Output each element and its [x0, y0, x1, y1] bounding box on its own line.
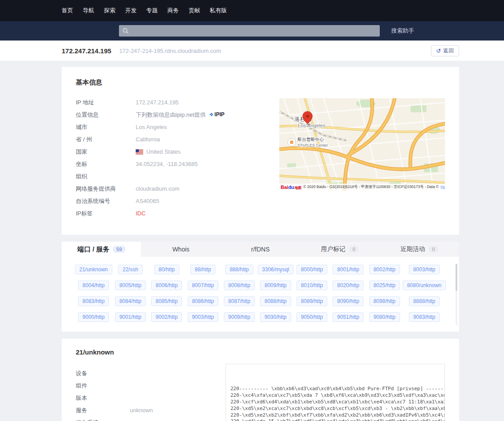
map-attribution: Baidu地图 © 2020 Baidu - GS(2019)5218号 - 甲…: [279, 184, 445, 191]
port-chip[interactable]: 8085/http: [151, 296, 182, 306]
tab-rfdns[interactable]: r/fDNS: [221, 242, 300, 257]
ports-panel: 21/unknown22/ssh80/http88/http888/http33…: [62, 257, 459, 332]
basic-info-fields: IP 地址 172.247.214.195 位置信息 下列数据信息由ipip.n…: [76, 98, 272, 222]
nav-item[interactable]: 首页: [62, 7, 73, 15]
field-component: 组件: [76, 381, 226, 390]
port-chip[interactable]: 9009/http: [224, 312, 255, 322]
port-chip[interactable]: 8005/http: [115, 281, 146, 290]
field-device: 设备: [76, 369, 226, 377]
port-chip[interactable]: 8008/http: [224, 281, 255, 290]
tab-ports[interactable]: 端口 / 服务 59: [62, 242, 141, 257]
banner-line: 220 \xd4\xda 15 \xb7\xd6\xd6\xd3\xc4\xda…: [230, 418, 440, 421]
port-chip[interactable]: 9000/http: [78, 312, 109, 322]
rdns-link[interactable]: 172-247-214-195.rdns.cloudradium.com: [119, 48, 221, 54]
port-chip[interactable]: 8007/http: [188, 281, 219, 290]
field-province: 省 / 州 California: [76, 135, 272, 144]
port-chip[interactable]: 8025/http: [369, 281, 400, 290]
port-chip[interactable]: 8001/http: [333, 265, 363, 274]
tab-bar: 端口 / 服务 59 Whois r/fDNS 用户标记 0 近期活动 0: [62, 242, 459, 257]
banner-line: 220-\xd5\xe2\xb2\xbf\xbd\xf7\xbb\xfa\xd2…: [230, 412, 440, 419]
port-chip[interactable]: 8087/http: [224, 296, 255, 306]
ip-tag-idc: IDC: [136, 209, 145, 218]
nav-item[interactable]: 开发: [125, 7, 137, 15]
nav-item[interactable]: 私有版: [210, 7, 227, 15]
ports-scrollbar: [456, 264, 457, 325]
field-country: 国家: [76, 148, 272, 156]
port-chip[interactable]: 3306/mysql: [258, 265, 293, 274]
port-chip[interactable]: 9030/http: [260, 312, 291, 322]
ports-count-badge: 59: [113, 246, 125, 253]
top-nav: 首页导航探索开发专题商务贡献私有版: [0, 0, 504, 21]
back-button[interactable]: ↺ 返回: [431, 45, 459, 56]
back-icon: ↺: [436, 48, 441, 54]
field-isp: 网络服务提供商 cloudradium.com: [76, 185, 272, 193]
port-chip[interactable]: 8006/http: [151, 281, 182, 290]
page-title-ip: 172.247.214.195: [62, 47, 111, 55]
field-city: 城市 Los Angeles: [76, 123, 272, 131]
tab-whois[interactable]: Whois: [141, 242, 220, 257]
poi-icon: [288, 138, 296, 146]
search-assistant-link[interactable]: 搜索助手: [391, 27, 414, 35]
tabs-card: 端口 / 服务 59 Whois r/fDNS 用户标记 0 近期活动 0 21…: [62, 242, 459, 332]
port-chip[interactable]: 22/ssh: [118, 265, 142, 274]
banner-box: 220---------- \xbb\xb6\xd3\xad\xc0\xb4\x…: [226, 364, 445, 421]
basic-info-title: 基本信息: [76, 78, 445, 87]
port-chip[interactable]: 9001/http: [115, 312, 146, 322]
nav-item[interactable]: 探索: [104, 7, 115, 15]
port-chip[interactable]: 8010/http: [296, 281, 327, 290]
field-service: 服务 unknown: [76, 406, 226, 414]
nav-item[interactable]: 贡献: [189, 7, 200, 15]
ports-scrollbar-thumb[interactable]: [456, 264, 457, 291]
tab-recent-activity[interactable]: 近期活动 0: [380, 242, 459, 257]
port-chip[interactable]: 8080/unknown: [403, 281, 446, 290]
nav-item[interactable]: 导航: [83, 7, 94, 15]
openstreetmap-link[interactable]: OpenStreetMap: [441, 185, 445, 189]
map-canvas: 洛杉矶 Los Angeles 斯台普斯中心 STAPLES Center: [279, 98, 445, 191]
port-chip[interactable]: 8089/http: [296, 296, 327, 306]
port-chip[interactable]: 8000/http: [296, 265, 327, 274]
port-chip[interactable]: 8088/http: [260, 296, 291, 306]
port-chip[interactable]: 21/unknown: [75, 265, 112, 274]
search-bar: 搜索助手: [0, 21, 504, 41]
port-chip[interactable]: 8020/http: [333, 281, 363, 290]
port-chip[interactable]: 9080/http: [369, 312, 400, 322]
port-detail-card: 21/unknown 设备 组件 版本 服务 unknown: [62, 339, 459, 421]
tab-user-marks[interactable]: 用户标记 0: [300, 242, 379, 257]
port-chip[interactable]: 9003/http: [188, 312, 219, 322]
port-chip[interactable]: 80/http: [154, 265, 179, 274]
field-asn: 自治系统编号 AS40065: [76, 197, 272, 205]
port-chip[interactable]: 8090/http: [333, 296, 363, 306]
map[interactable]: 洛杉矶 Los Angeles 斯台普斯中心 STAPLES Center Ba…: [279, 98, 445, 191]
port-chip[interactable]: 9050/http: [296, 312, 327, 322]
nav-item[interactable]: 商务: [167, 7, 179, 15]
basic-info-card: 基本信息 IP 地址 172.247.214.195 位置信息 下列数据信息由i…: [62, 67, 459, 235]
port-chip[interactable]: 8888/http: [409, 296, 440, 306]
ipip-logo: ❖ IPIP: [209, 111, 225, 119]
port-chip[interactable]: 9051/http: [333, 312, 363, 322]
port-chip[interactable]: 8009/http: [260, 281, 291, 290]
field-coords: 坐标 34.052234, -118.243685: [76, 160, 272, 168]
port-chip[interactable]: 8098/http: [369, 296, 400, 306]
search-box[interactable]: [119, 25, 380, 37]
recent-activity-badge: 0: [429, 246, 438, 253]
field-location: 位置信息 下列数据信息由ipip.net提供 ❖ IPIP: [76, 111, 272, 119]
back-label: 返回: [443, 47, 454, 55]
port-chip[interactable]: 9002/http: [151, 312, 182, 322]
port-chip[interactable]: 8086/http: [188, 296, 219, 306]
field-org: 组织: [76, 172, 272, 181]
port-chip[interactable]: 8084/http: [115, 296, 146, 306]
port-chip[interactable]: 8083/http: [78, 296, 109, 306]
map-copyright-text: © 2020 Baidu - GS(2019)5218号 - 甲测资字11009…: [304, 185, 439, 190]
port-chip[interactable]: 88/http: [190, 265, 215, 274]
search-input[interactable]: [131, 28, 376, 34]
port-detail-fields: 设备 组件 版本 服务 unknown 操作系统: [76, 369, 226, 421]
port-detail-title: 21/unknown: [76, 348, 445, 356]
user-marks-badge: 0: [349, 246, 359, 253]
nav-item[interactable]: 专题: [146, 7, 158, 15]
port-chip[interactable]: 8003/http: [409, 265, 440, 274]
port-chip[interactable]: 9083/http: [409, 312, 440, 322]
ports-grid: 21/unknown22/ssh80/http88/http888/http33…: [75, 265, 446, 322]
port-chip[interactable]: 8004/http: [78, 281, 109, 290]
port-chip[interactable]: 888/http: [225, 265, 253, 274]
port-chip[interactable]: 8002/http: [369, 265, 400, 274]
